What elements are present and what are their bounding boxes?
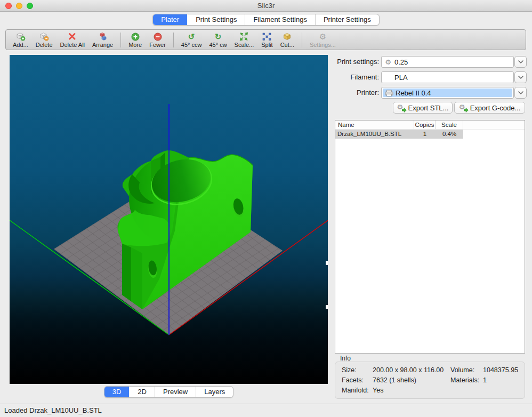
scale-icon <box>239 32 249 42</box>
scale-button-label: Scale... <box>235 42 254 48</box>
filament-label: Filament: <box>320 71 379 83</box>
scale-button[interactable]: Scale... <box>231 30 258 50</box>
toolbar-separator <box>302 33 302 47</box>
tab-plater[interactable]: Plater <box>153 14 187 25</box>
export-gcode-button[interactable]: ⚙ Export G-code... <box>454 102 525 114</box>
toolbar-separator <box>120 33 121 47</box>
filament-combobox[interactable]: PLA <box>381 71 514 83</box>
info-box: Size: 200.00 x 98.00 x 116.00 Volume: 10… <box>335 362 525 399</box>
printer-combobox[interactable]: Rebel II 0.4 <box>381 87 514 99</box>
arrange-button-label: Arrange <box>92 42 113 48</box>
export-stl-icon: ⚙ <box>397 104 406 112</box>
gear-icon: ⚙ <box>382 58 394 66</box>
plater-toolbar: Add... Delete Delete All Arrange More Fe… <box>5 29 526 50</box>
close-window-button[interactable] <box>5 3 12 9</box>
add-button-label: Add... <box>13 42 28 48</box>
settings-button[interactable]: ⚙ Settings... <box>306 30 340 50</box>
object-list-table: Name Copies Scale Drzak_LM10UU_B.STL 1 0… <box>335 120 525 354</box>
minimize-window-button[interactable] <box>16 3 22 9</box>
rotate-cw-button[interactable]: ↻ 45° cw <box>205 30 230 50</box>
tab-filament-settings[interactable]: Filament Settings <box>245 14 315 25</box>
status-message: Loaded Drzak_LM10UU_B.STL <box>4 406 102 414</box>
size-value: 200.00 x 98.00 x 116.00 <box>373 366 444 374</box>
axis-tick-mark <box>326 305 328 309</box>
rotate-ccw-button[interactable]: ↺ 45° ccw <box>178 30 206 50</box>
object-scale-cell: 0.4% <box>436 130 463 139</box>
volume-label: Volume: <box>450 366 474 374</box>
table-row[interactable]: Drzak_LM10UU_B.STL 1 0.4% <box>335 130 463 139</box>
tab-printer-settings[interactable]: Printer Settings <box>315 14 379 25</box>
printer-value: Rebel II 0.4 <box>396 89 431 97</box>
print-settings-value: 0.25 <box>394 58 408 66</box>
fewer-button[interactable]: Fewer <box>146 30 170 50</box>
fewer-button-label: Fewer <box>149 42 166 48</box>
materials-label: Materials: <box>450 376 479 384</box>
arrange-button[interactable]: Arrange <box>88 30 117 50</box>
export-stl-button[interactable]: ⚙ Export STL... <box>393 102 453 114</box>
column-header-name[interactable]: Name <box>335 121 414 129</box>
delete-all-icon <box>67 32 77 42</box>
fewer-copies-icon <box>153 32 163 42</box>
materials-value: 1 <box>483 376 487 384</box>
titlebar: Slic3r <box>0 0 532 12</box>
settings-button-label: Settings... <box>310 42 336 48</box>
more-copies-icon <box>131 32 140 42</box>
print-settings-dropdown-button[interactable] <box>514 56 527 68</box>
object-name-cell: Drzak_LM10UU_B.STL <box>335 130 414 139</box>
printer-selection-highlight: Rebel II 0.4 <box>383 89 512 97</box>
cut-button[interactable]: Cut... <box>277 30 298 50</box>
delete-button[interactable]: Delete <box>32 30 57 50</box>
print-settings-label: Print settings: <box>320 56 379 68</box>
filament-dropdown-button[interactable] <box>514 71 527 83</box>
main-tabs: Plater Print Settings Filament Settings … <box>0 14 532 26</box>
delete-all-button-label: Delete All <box>60 42 85 48</box>
manifold-label: Manifold: <box>342 387 369 394</box>
cut-icon <box>282 32 292 42</box>
view-tab-layers[interactable]: Layers <box>196 387 233 397</box>
view-tab-2d[interactable]: 2D <box>129 387 155 397</box>
delete-object-icon <box>39 32 49 42</box>
window-controls <box>5 3 33 9</box>
facets-label: Facets: <box>342 376 364 384</box>
view-tab-3d[interactable]: 3D <box>104 387 130 397</box>
rotate-cw-icon: ↻ <box>215 32 222 42</box>
export-stl-label: Export STL... <box>408 104 449 112</box>
printer-dropdown-button[interactable] <box>514 87 527 99</box>
facets-value: 7632 (1 shells) <box>373 376 416 384</box>
volume-value: 1048375.95 <box>483 366 518 374</box>
delete-button-label: Delete <box>36 42 53 48</box>
zoom-window-button[interactable] <box>27 3 33 9</box>
object-table-header: Name Copies Scale <box>335 121 525 130</box>
split-button[interactable]: Split <box>257 30 276 50</box>
export-gcode-label: Export G-code... <box>470 104 521 112</box>
status-bar: Loaded Drzak_LM10UU_B.STL <box>0 404 532 417</box>
column-header-scale[interactable]: Scale <box>436 121 463 129</box>
chevron-down-icon <box>518 91 523 94</box>
delete-all-button[interactable]: Delete All <box>57 30 88 50</box>
axis-tick-mark <box>326 261 328 265</box>
split-button-label: Split <box>261 42 272 48</box>
more-button-label: More <box>128 42 142 48</box>
filament-value: PLA <box>394 74 408 82</box>
rotate-ccw-icon: ↺ <box>188 32 195 42</box>
size-label: Size: <box>342 366 357 374</box>
rotate-ccw-label: 45° ccw <box>181 42 202 48</box>
tab-print-settings[interactable]: Print Settings <box>187 14 245 25</box>
3d-scene <box>10 55 328 384</box>
view-mode-tabs: 3D 2D Preview Layers <box>10 386 328 398</box>
chevron-down-icon <box>518 76 523 79</box>
printer-label: Printer: <box>320 87 379 99</box>
split-icon <box>262 32 272 42</box>
chevron-down-icon <box>518 60 523 63</box>
3d-viewport-canvas[interactable] <box>10 55 328 384</box>
more-button[interactable]: More <box>125 30 146 50</box>
info-section-title: Info <box>340 355 351 362</box>
column-header-copies[interactable]: Copies <box>414 121 436 129</box>
print-settings-combobox[interactable]: ⚙ 0.25 <box>381 56 514 68</box>
window-title: Slic3r <box>0 0 532 12</box>
settings-gear-icon: ⚙ <box>319 32 326 42</box>
add-button[interactable]: Add... <box>9 30 32 50</box>
printer-icon <box>383 90 396 97</box>
cut-button-label: Cut... <box>280 42 294 48</box>
view-tab-preview[interactable]: Preview <box>155 387 196 397</box>
